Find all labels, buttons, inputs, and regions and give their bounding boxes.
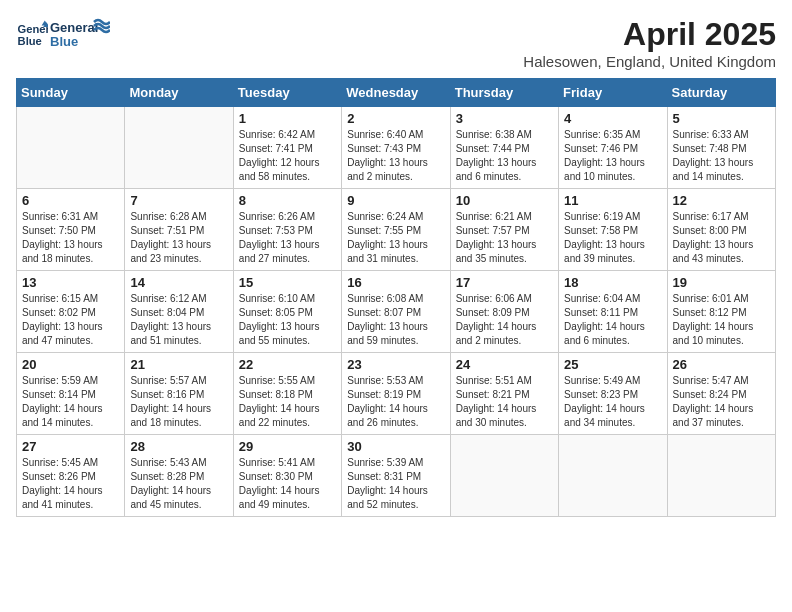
calendar-cell: 30Sunrise: 5:39 AM Sunset: 8:31 PM Dayli… [342, 435, 450, 517]
day-info: Sunrise: 6:15 AM Sunset: 8:02 PM Dayligh… [22, 292, 119, 348]
calendar-cell: 4Sunrise: 6:35 AM Sunset: 7:46 PM Daylig… [559, 107, 667, 189]
day-info: Sunrise: 6:10 AM Sunset: 8:05 PM Dayligh… [239, 292, 336, 348]
calendar-cell: 28Sunrise: 5:43 AM Sunset: 8:28 PM Dayli… [125, 435, 233, 517]
day-number: 9 [347, 193, 444, 208]
calendar-week-row: 6Sunrise: 6:31 AM Sunset: 7:50 PM Daylig… [17, 189, 776, 271]
day-number: 28 [130, 439, 227, 454]
calendar-cell: 6Sunrise: 6:31 AM Sunset: 7:50 PM Daylig… [17, 189, 125, 271]
day-number: 4 [564, 111, 661, 126]
day-info: Sunrise: 6:26 AM Sunset: 7:53 PM Dayligh… [239, 210, 336, 266]
day-info: Sunrise: 6:06 AM Sunset: 8:09 PM Dayligh… [456, 292, 553, 348]
day-number: 15 [239, 275, 336, 290]
col-header-wednesday: Wednesday [342, 79, 450, 107]
day-number: 2 [347, 111, 444, 126]
svg-text:Blue: Blue [18, 35, 42, 47]
calendar-cell: 7Sunrise: 6:28 AM Sunset: 7:51 PM Daylig… [125, 189, 233, 271]
calendar-cell: 12Sunrise: 6:17 AM Sunset: 8:00 PM Dayli… [667, 189, 775, 271]
day-info: Sunrise: 6:28 AM Sunset: 7:51 PM Dayligh… [130, 210, 227, 266]
col-header-monday: Monday [125, 79, 233, 107]
day-number: 1 [239, 111, 336, 126]
calendar-cell: 2Sunrise: 6:40 AM Sunset: 7:43 PM Daylig… [342, 107, 450, 189]
day-info: Sunrise: 5:39 AM Sunset: 8:31 PM Dayligh… [347, 456, 444, 512]
calendar-cell: 16Sunrise: 6:08 AM Sunset: 8:07 PM Dayli… [342, 271, 450, 353]
calendar-cell [559, 435, 667, 517]
col-header-tuesday: Tuesday [233, 79, 341, 107]
calendar-cell: 18Sunrise: 6:04 AM Sunset: 8:11 PM Dayli… [559, 271, 667, 353]
calendar-cell: 17Sunrise: 6:06 AM Sunset: 8:09 PM Dayli… [450, 271, 558, 353]
day-number: 20 [22, 357, 119, 372]
day-info: Sunrise: 6:01 AM Sunset: 8:12 PM Dayligh… [673, 292, 770, 348]
day-number: 16 [347, 275, 444, 290]
day-number: 18 [564, 275, 661, 290]
day-info: Sunrise: 5:51 AM Sunset: 8:21 PM Dayligh… [456, 374, 553, 430]
day-info: Sunrise: 6:04 AM Sunset: 8:11 PM Dayligh… [564, 292, 661, 348]
svg-text:Blue: Blue [50, 34, 78, 49]
day-info: Sunrise: 6:42 AM Sunset: 7:41 PM Dayligh… [239, 128, 336, 184]
day-info: Sunrise: 6:31 AM Sunset: 7:50 PM Dayligh… [22, 210, 119, 266]
calendar-cell: 1Sunrise: 6:42 AM Sunset: 7:41 PM Daylig… [233, 107, 341, 189]
location: Halesowen, England, United Kingdom [523, 53, 776, 70]
day-number: 10 [456, 193, 553, 208]
calendar-cell: 24Sunrise: 5:51 AM Sunset: 8:21 PM Dayli… [450, 353, 558, 435]
page-header: General Blue General Blue April 2025 Hal… [16, 16, 776, 70]
calendar-cell: 5Sunrise: 6:33 AM Sunset: 7:48 PM Daylig… [667, 107, 775, 189]
day-info: Sunrise: 5:55 AM Sunset: 8:18 PM Dayligh… [239, 374, 336, 430]
day-info: Sunrise: 5:45 AM Sunset: 8:26 PM Dayligh… [22, 456, 119, 512]
calendar-cell: 26Sunrise: 5:47 AM Sunset: 8:24 PM Dayli… [667, 353, 775, 435]
calendar-cell: 9Sunrise: 6:24 AM Sunset: 7:55 PM Daylig… [342, 189, 450, 271]
logo-icon: General Blue [16, 19, 48, 51]
day-info: Sunrise: 5:53 AM Sunset: 8:19 PM Dayligh… [347, 374, 444, 430]
calendar-cell: 20Sunrise: 5:59 AM Sunset: 8:14 PM Dayli… [17, 353, 125, 435]
day-info: Sunrise: 5:49 AM Sunset: 8:23 PM Dayligh… [564, 374, 661, 430]
day-info: Sunrise: 6:40 AM Sunset: 7:43 PM Dayligh… [347, 128, 444, 184]
col-header-sunday: Sunday [17, 79, 125, 107]
calendar-cell: 8Sunrise: 6:26 AM Sunset: 7:53 PM Daylig… [233, 189, 341, 271]
calendar-cell: 11Sunrise: 6:19 AM Sunset: 7:58 PM Dayli… [559, 189, 667, 271]
day-info: Sunrise: 6:24 AM Sunset: 7:55 PM Dayligh… [347, 210, 444, 266]
calendar-week-row: 20Sunrise: 5:59 AM Sunset: 8:14 PM Dayli… [17, 353, 776, 435]
day-number: 3 [456, 111, 553, 126]
day-info: Sunrise: 5:43 AM Sunset: 8:28 PM Dayligh… [130, 456, 227, 512]
day-info: Sunrise: 5:59 AM Sunset: 8:14 PM Dayligh… [22, 374, 119, 430]
day-number: 26 [673, 357, 770, 372]
calendar-cell [17, 107, 125, 189]
calendar-cell: 14Sunrise: 6:12 AM Sunset: 8:04 PM Dayli… [125, 271, 233, 353]
calendar-cell: 15Sunrise: 6:10 AM Sunset: 8:05 PM Dayli… [233, 271, 341, 353]
day-number: 14 [130, 275, 227, 290]
calendar-cell: 10Sunrise: 6:21 AM Sunset: 7:57 PM Dayli… [450, 189, 558, 271]
calendar-cell [450, 435, 558, 517]
day-info: Sunrise: 6:12 AM Sunset: 8:04 PM Dayligh… [130, 292, 227, 348]
day-number: 21 [130, 357, 227, 372]
calendar-cell: 3Sunrise: 6:38 AM Sunset: 7:44 PM Daylig… [450, 107, 558, 189]
day-info: Sunrise: 6:17 AM Sunset: 8:00 PM Dayligh… [673, 210, 770, 266]
calendar-week-row: 27Sunrise: 5:45 AM Sunset: 8:26 PM Dayli… [17, 435, 776, 517]
calendar-cell: 27Sunrise: 5:45 AM Sunset: 8:26 PM Dayli… [17, 435, 125, 517]
day-info: Sunrise: 6:33 AM Sunset: 7:48 PM Dayligh… [673, 128, 770, 184]
day-number: 5 [673, 111, 770, 126]
day-info: Sunrise: 6:19 AM Sunset: 7:58 PM Dayligh… [564, 210, 661, 266]
calendar-week-row: 1Sunrise: 6:42 AM Sunset: 7:41 PM Daylig… [17, 107, 776, 189]
calendar-cell: 23Sunrise: 5:53 AM Sunset: 8:19 PM Dayli… [342, 353, 450, 435]
calendar-cell: 25Sunrise: 5:49 AM Sunset: 8:23 PM Dayli… [559, 353, 667, 435]
month-title: April 2025 [523, 16, 776, 53]
day-number: 22 [239, 357, 336, 372]
day-info: Sunrise: 6:21 AM Sunset: 7:57 PM Dayligh… [456, 210, 553, 266]
logo: General Blue General Blue [16, 16, 110, 54]
day-number: 7 [130, 193, 227, 208]
day-number: 25 [564, 357, 661, 372]
day-number: 29 [239, 439, 336, 454]
day-info: Sunrise: 5:47 AM Sunset: 8:24 PM Dayligh… [673, 374, 770, 430]
day-number: 17 [456, 275, 553, 290]
col-header-saturday: Saturday [667, 79, 775, 107]
day-number: 13 [22, 275, 119, 290]
svg-text:General: General [50, 20, 98, 35]
day-number: 11 [564, 193, 661, 208]
day-number: 6 [22, 193, 119, 208]
calendar-table: SundayMondayTuesdayWednesdayThursdayFrid… [16, 78, 776, 517]
logo-wave-icon: General Blue [50, 16, 110, 54]
calendar-week-row: 13Sunrise: 6:15 AM Sunset: 8:02 PM Dayli… [17, 271, 776, 353]
title-block: April 2025 Halesowen, England, United Ki… [523, 16, 776, 70]
calendar-cell: 22Sunrise: 5:55 AM Sunset: 8:18 PM Dayli… [233, 353, 341, 435]
calendar-cell: 21Sunrise: 5:57 AM Sunset: 8:16 PM Dayli… [125, 353, 233, 435]
day-info: Sunrise: 6:35 AM Sunset: 7:46 PM Dayligh… [564, 128, 661, 184]
